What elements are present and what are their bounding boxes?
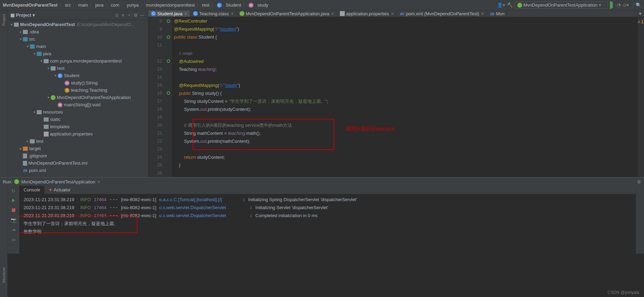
project-tool-button[interactable]: Project xyxy=(2,14,6,26)
editor-tab[interactable]: application.properties× xyxy=(337,10,397,17)
breadcrumb-item[interactable]: mvndependonparenttest xyxy=(146,2,195,8)
stop-button[interactable] xyxy=(10,207,17,214)
close-icon[interactable]: × xyxy=(331,11,334,16)
run-title: MvnDependOnParentTestApplication xyxy=(21,179,95,184)
run-button[interactable] xyxy=(10,197,17,204)
run-config-label: MvnDependOnParentTestApplication xyxy=(524,2,597,8)
tree-package[interactable]: ▾com.yunya.mvndependonparenttest xyxy=(8,57,148,65)
console-output[interactable]: 2023-11-21 23:31:38.219 INFO 17464 --- [… xyxy=(19,194,636,254)
tree-folder[interactable]: ▾main xyxy=(8,43,148,50)
breadcrumb-item[interactable]: m study xyxy=(249,2,268,8)
run-toolbar: ↻ 📷 ⇥ ▭ xyxy=(8,186,19,254)
close-icon[interactable]: × xyxy=(98,179,100,184)
code-editor[interactable]: 891011121314151617181920212223242526 @Re… xyxy=(148,17,644,177)
expand-all-icon[interactable]: ≡ xyxy=(120,12,126,18)
tree-folder[interactable]: ▸.idea xyxy=(8,28,148,35)
run-button[interactable] xyxy=(610,2,613,8)
breadcrumb-item[interactable]: rest xyxy=(202,2,210,8)
spring-icon xyxy=(14,179,19,184)
tree-folder[interactable]: ▾java xyxy=(8,50,148,57)
editor-area: CStudent.java× CTeaching.class× MvnDepen… xyxy=(148,10,644,177)
tree-class[interactable]: ▾CStudent xyxy=(8,72,148,79)
actuator-tab[interactable]: ✦Actuator xyxy=(44,186,75,194)
editor-right-gutter: ⚠1 xyxy=(638,17,644,177)
run-marker-icon[interactable] xyxy=(167,35,170,39)
run-label: Run: xyxy=(3,179,12,184)
run-marker-icon[interactable] xyxy=(167,91,170,95)
run-marker-icon[interactable] xyxy=(167,19,170,23)
tree-package[interactable]: ▾rest xyxy=(8,65,148,72)
exit-button[interactable]: ⇥ xyxy=(10,226,17,233)
project-panel: ▦ Project ▾ ⊙ ≡ ÷ ⚙ — ▾MvnDependOnParent… xyxy=(8,10,148,177)
tree-field[interactable]: fteaching:Teaching xyxy=(8,86,148,94)
tree-folder[interactable]: ▸test xyxy=(8,138,148,145)
editor-tabs: CStudent.java× CTeaching.class× MvnDepen… xyxy=(148,10,644,17)
run-config-selector[interactable]: MvnDependOnParentTestApplication ▾ xyxy=(515,1,608,9)
breadcrumb-item[interactable]: src xyxy=(65,2,71,8)
tree-root[interactable]: ▾MvnDependOnParentTestE:\code\java\MvnDe… xyxy=(8,21,148,28)
tree-file[interactable]: .gitignore xyxy=(8,152,148,159)
run-marker-icon[interactable] xyxy=(167,59,170,63)
breadcrumb-item[interactable]: C Student xyxy=(217,2,241,8)
close-icon[interactable]: × xyxy=(231,11,234,16)
panel-title: ▦ Project ▾ xyxy=(10,13,35,18)
tree-method[interactable]: mmain(String[]):void xyxy=(8,101,148,108)
breadcrumb-item[interactable]: java xyxy=(95,2,103,8)
editor-tab[interactable]: mMvn xyxy=(487,10,508,17)
right-stripe xyxy=(636,186,644,254)
select-opened-icon[interactable]: ⊙ xyxy=(114,12,120,18)
left-tool-stripe: Project xyxy=(0,10,8,177)
tree-class[interactable]: ▾ MvnDependOnParentTestApplication xyxy=(8,94,148,101)
structure-tool-button[interactable]: Structure xyxy=(2,267,6,283)
tree-folder[interactable]: ▾resources xyxy=(8,108,148,116)
settings-icon[interactable]: ⚙ xyxy=(133,12,139,18)
tree-folder[interactable]: static xyxy=(8,116,148,123)
collapse-icon[interactable]: ÷ xyxy=(126,12,132,18)
coverage-button[interactable]: ◔ xyxy=(617,2,621,8)
breadcrumb[interactable]: MvnDependOnParentTest〉 src〉 main〉 java〉 … xyxy=(0,2,497,8)
profile-button[interactable]: ⊙▾ xyxy=(623,2,629,8)
editor-tab[interactable]: CStudent.java× xyxy=(148,10,190,17)
settings-icon[interactable]: ⚙ xyxy=(637,179,641,184)
tree-folder[interactable]: ▾src xyxy=(8,35,148,43)
search-button[interactable]: 🔍 xyxy=(636,2,641,8)
gutter-icons xyxy=(165,17,172,177)
breadcrumb-item[interactable]: com xyxy=(111,2,119,8)
breadcrumb-item[interactable]: yunya xyxy=(127,2,139,8)
code-body[interactable]: @RestController @RequestMapping(☉"/stude… xyxy=(172,17,638,177)
editor-tab[interactable]: CTeaching.class× xyxy=(190,10,237,17)
watermark: CSDN @yunyala xyxy=(608,290,639,295)
close-icon[interactable]: × xyxy=(184,11,187,16)
tab-overflow-icon[interactable]: ▾ xyxy=(636,10,644,17)
project-tree[interactable]: ▾MvnDependOnParentTestE:\code\java\MvnDe… xyxy=(8,20,148,177)
editor-tab[interactable]: mpom.xml (MvnDependOnParentTest)× xyxy=(397,10,487,17)
console-tab[interactable]: Console xyxy=(19,186,44,194)
build-icon[interactable]: 🔨 xyxy=(507,2,513,8)
tree-folder[interactable]: ▸target xyxy=(8,145,148,152)
tree-file[interactable]: m pom.xml xyxy=(8,167,148,174)
left-tool-stripe-bottom: Structure xyxy=(0,188,8,297)
dump-button[interactable]: 📷 xyxy=(10,216,17,223)
tree-file[interactable]: application.properties xyxy=(8,130,148,138)
rerun-button[interactable]: ↻ xyxy=(10,187,17,194)
run-tabs: Console ✦Actuator xyxy=(19,186,636,194)
spring-icon xyxy=(517,3,522,8)
hide-icon[interactable]: — xyxy=(139,12,145,18)
close-icon[interactable]: × xyxy=(391,11,394,16)
annotation-text: 调用A项目的service xyxy=(345,125,394,133)
warnings-indicator[interactable]: ⚠1 xyxy=(637,18,644,26)
breadcrumb-item[interactable]: MvnDependOnParentTest xyxy=(3,2,58,8)
breadcrumb-item[interactable]: main xyxy=(78,2,88,8)
editor-tab[interactable]: MvnDependOnParentTestApplication.java× xyxy=(237,10,337,17)
tree-method[interactable]: mstudy():String xyxy=(8,79,148,86)
user-icon[interactable]: 👤▾ xyxy=(497,2,505,8)
layout-button[interactable]: ▭ xyxy=(10,236,17,243)
line-gutter: 891011121314151617181920212223242526 xyxy=(148,17,165,177)
tree-folder[interactable]: templates xyxy=(8,123,148,130)
close-icon[interactable]: × xyxy=(481,11,484,16)
tree-file[interactable]: MvnDependOnParentTest.iml xyxy=(8,159,148,167)
navigation-bar: MvnDependOnParentTest〉 src〉 main〉 java〉 … xyxy=(0,0,644,10)
run-tool-window: Run: MvnDependOnParentTestApplication × … xyxy=(0,177,644,254)
